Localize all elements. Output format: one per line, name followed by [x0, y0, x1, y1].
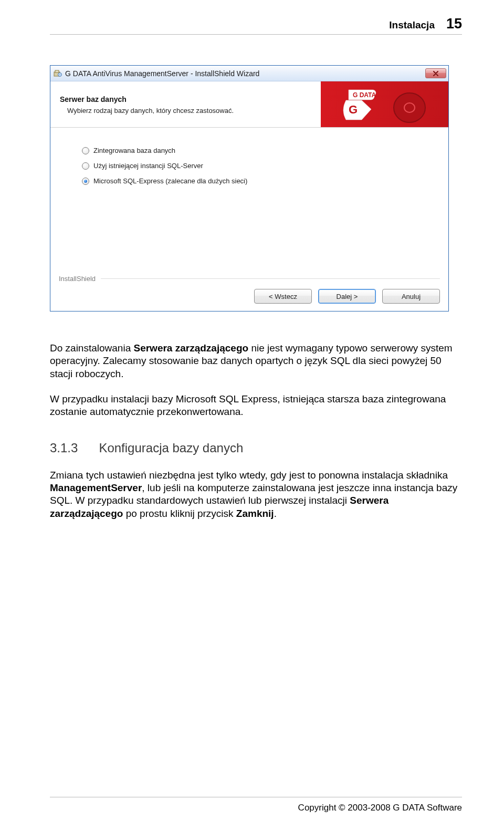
- radio-label: Zintegrowana baza danych: [93, 147, 175, 154]
- radio-label: Użyj istniejącej instancji SQL-Server: [93, 162, 203, 170]
- back-button[interactable]: < Wstecz: [254, 289, 312, 304]
- cancel-button[interactable]: Anuluj: [382, 289, 440, 304]
- titlebar: G DATA AntiVirus ManagementServer - Inst…: [50, 66, 448, 81]
- paragraph-3: Zmiana tych ustawień niezbędna jest tylk…: [50, 469, 462, 520]
- header-rule: [50, 34, 462, 35]
- radio-icon: [82, 178, 89, 185]
- wizard-body: Zintegrowana baza danych Użyj istniejące…: [50, 128, 448, 269]
- divider: [101, 278, 440, 279]
- paragraph-1: Do zainstalowania Serwera zarządzającego…: [50, 342, 462, 380]
- svg-point-4: [394, 93, 425, 122]
- close-button[interactable]: [425, 68, 446, 78]
- installer-window: G DATA AntiVirus ManagementServer - Inst…: [50, 65, 449, 311]
- wizard-footer: InstallShield < Wstecz Dalej > Anuluj: [50, 269, 448, 311]
- radio-label: Microsoft SQL-Express (zalecane dla duży…: [93, 177, 247, 185]
- next-button[interactable]: Dalej >: [318, 289, 376, 304]
- installer-app-icon: [54, 69, 62, 78]
- wizard-header: Serwer baz danych Wybierz rodzaj bazy da…: [50, 81, 448, 128]
- radio-option-sql-express[interactable]: Microsoft SQL-Express (zalecane dla duży…: [82, 177, 439, 185]
- copyright: Copyright © 2003-2008 G DATA Software: [298, 803, 462, 813]
- svg-text:G DATA: G DATA: [353, 91, 376, 99]
- section-heading: 3.1.3 Konfiguracja bazy danych: [50, 441, 462, 455]
- radio-icon: [82, 147, 89, 154]
- svg-text:G: G: [349, 103, 358, 116]
- installshield-label: InstallShield: [59, 275, 96, 283]
- paragraph-2: W przypadku instalacji bazy Microsoft SQ…: [50, 393, 462, 419]
- section-title: Konfiguracja bazy danych: [99, 441, 243, 455]
- radio-option-existing-sql[interactable]: Użyj istniejącej instancji SQL-Server: [82, 162, 439, 170]
- page-header-title: Instalacja: [389, 19, 435, 31]
- svg-point-3: [59, 74, 60, 75]
- radio-icon: [82, 162, 89, 170]
- radio-option-integrated[interactable]: Zintegrowana baza danych: [82, 147, 439, 154]
- footer-rule: [50, 797, 462, 797]
- titlebar-text: G DATA AntiVirus ManagementServer - Inst…: [65, 69, 422, 78]
- gdata-logo-icon: G DATA G: [322, 86, 427, 126]
- section-number: 3.1.3: [50, 441, 78, 455]
- svg-rect-1: [55, 70, 59, 72]
- page-number: 15: [446, 16, 462, 32]
